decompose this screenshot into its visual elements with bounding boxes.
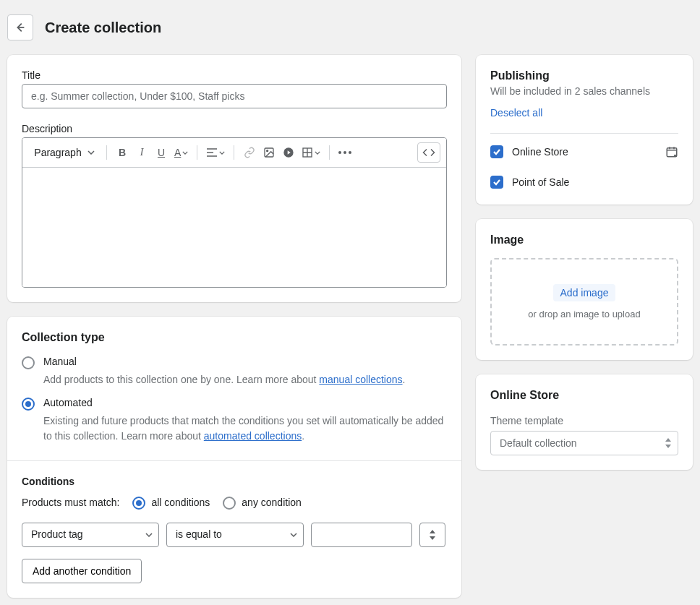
radio-icon — [22, 356, 35, 369]
svg-point-6 — [349, 151, 351, 154]
radio-any-condition[interactable]: any condition — [223, 496, 302, 510]
radio-manual[interactable]: Manual — [22, 356, 447, 369]
page-title: Create collection — [45, 20, 161, 36]
radio-icon — [132, 497, 145, 510]
description-label: Description — [22, 123, 447, 134]
deselect-all-link[interactable]: Deselect all — [490, 107, 542, 119]
channel-point-of-sale[interactable]: Point of Sale — [490, 167, 678, 197]
theme-template-label: Theme template — [490, 415, 678, 426]
condition-operator-select[interactable]: is equal to — [166, 523, 304, 547]
image-icon — [263, 147, 275, 158]
italic-button[interactable]: I — [132, 142, 151, 163]
condition-field-value: Product tag — [31, 528, 83, 540]
channel-online-store[interactable]: Online Store — [490, 137, 678, 167]
image-dropzone[interactable]: Add image or drop an image to upload — [490, 258, 678, 346]
image-button[interactable] — [260, 142, 278, 163]
caret-down-icon — [182, 151, 188, 155]
svg-point-4 — [338, 151, 341, 154]
separator — [197, 145, 197, 160]
align-button[interactable] — [203, 142, 228, 163]
caret-down-icon — [315, 151, 320, 155]
dots-horizontal-icon — [338, 151, 351, 154]
dropzone-text: or drop an image to upload — [499, 309, 670, 319]
add-condition-button[interactable]: Add another condition — [22, 559, 142, 583]
radio-automated[interactable]: Automated — [22, 397, 447, 411]
publishing-heading: Publishing — [490, 69, 678, 82]
code-icon — [422, 147, 435, 158]
schedule-button[interactable] — [665, 145, 678, 158]
match-label: Products must match: — [22, 497, 119, 508]
collection-type-heading: Collection type — [22, 331, 447, 344]
radio-icon — [223, 497, 236, 510]
radio-all-conditions[interactable]: all conditions — [132, 496, 210, 510]
back-button[interactable] — [7, 14, 33, 40]
image-heading: Image — [490, 233, 678, 246]
table-button[interactable] — [299, 142, 323, 163]
online-store-heading: Online Store — [490, 389, 678, 402]
sort-icon — [429, 530, 436, 540]
description-input[interactable] — [22, 168, 446, 287]
calendar-icon — [665, 145, 678, 158]
svg-point-5 — [343, 151, 346, 154]
automated-collections-link[interactable]: automated collections — [204, 430, 302, 442]
caret-down-icon — [145, 533, 153, 537]
title-input[interactable] — [22, 84, 447, 108]
radio-automated-label: Automated — [43, 397, 93, 408]
publishing-sub: Will be included in 2 sales channels — [490, 85, 678, 97]
text-color-button[interactable]: A — [171, 142, 191, 163]
condition-operator-value: is equal to — [176, 528, 222, 540]
bold-button[interactable]: B — [113, 142, 132, 163]
separator — [329, 145, 330, 160]
title-label: Title — [22, 69, 447, 81]
all-conditions-label: all conditions — [151, 497, 210, 508]
caret-down-icon — [290, 533, 297, 537]
condition-field-select[interactable]: Product tag — [22, 523, 159, 547]
radio-icon — [22, 398, 35, 411]
rte-style-select[interactable]: Paragraph — [28, 142, 101, 163]
code-view-button[interactable] — [417, 142, 440, 163]
svg-point-1 — [267, 150, 268, 152]
select-updown-icon — [665, 438, 672, 448]
channel-label: Online Store — [512, 146, 657, 158]
link-button[interactable] — [240, 142, 259, 163]
theme-template-value: Default collection — [500, 437, 577, 449]
manual-helper: Add products to this collection one by o… — [43, 372, 447, 387]
rte-toolbar: Paragraph B I U A — [22, 138, 446, 168]
table-icon — [302, 147, 313, 158]
conditions-heading: Conditions — [22, 476, 447, 487]
more-button[interactable] — [336, 142, 354, 163]
condition-sort-button[interactable] — [419, 523, 445, 547]
add-image-button[interactable]: Add image — [553, 284, 616, 301]
channel-label: Point of Sale — [512, 176, 678, 188]
link-icon — [244, 147, 255, 158]
automated-helper: Existing and future products that match … — [43, 413, 447, 443]
caret-down-icon — [219, 151, 225, 155]
radio-manual-label: Manual — [43, 356, 77, 367]
any-condition-label: any condition — [242, 497, 302, 508]
underline-button[interactable]: U — [152, 142, 171, 163]
play-circle-icon — [283, 147, 294, 158]
rich-text-editor: Paragraph B I U A — [22, 137, 447, 288]
video-button[interactable] — [279, 142, 298, 163]
separator — [106, 145, 107, 160]
caret-down-icon — [88, 150, 95, 155]
separator — [234, 145, 234, 160]
condition-value-input[interactable] — [311, 523, 412, 547]
align-left-icon — [206, 147, 218, 158]
checkbox-checked-icon — [490, 145, 503, 158]
arrow-left-icon — [14, 21, 27, 34]
rte-style-label: Paragraph — [34, 147, 81, 158]
theme-template-select[interactable]: Default collection — [490, 431, 678, 455]
manual-collections-link[interactable]: manual collections — [319, 374, 402, 385]
checkbox-checked-icon — [490, 176, 503, 189]
